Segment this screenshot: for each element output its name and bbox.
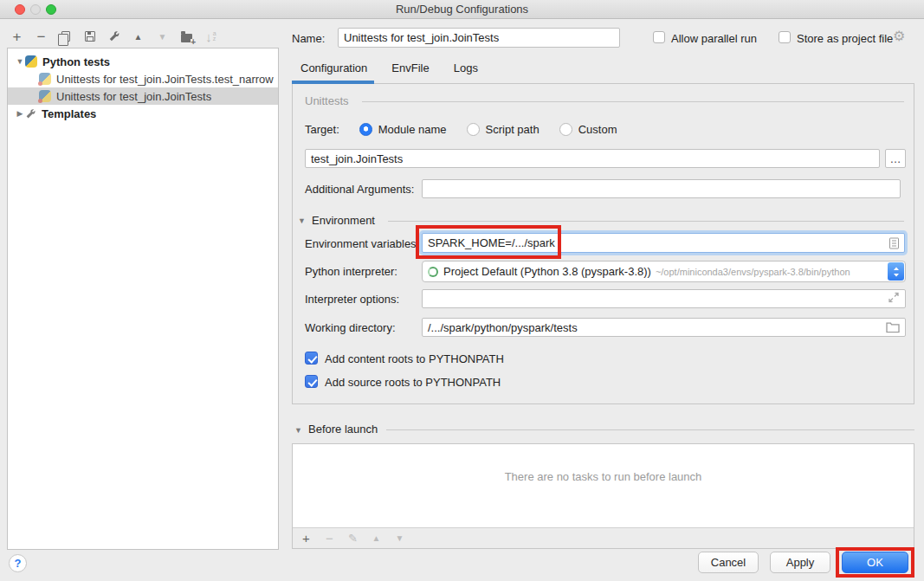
python-interpreter-label: Python interpreter: [305,265,397,278]
python-tests-icon [25,55,37,68]
titlebar: Run/Debug Configurations [0,0,924,19]
move-task-down-icon: ▼ [393,532,406,545]
active-tab-indicator [292,81,374,84]
folder-icon[interactable] [886,322,900,333]
configurations-tree: ▼ Python tests Unittests for test_join.J… [7,48,279,550]
before-launch-collapse-icon[interactable]: ▼ [294,426,302,435]
sort-configurations-icon: ↓az [204,30,217,43]
remove-configuration-icon[interactable]: − [35,30,48,43]
tree-item-label: Unittests for test_join.JoinTests.test_n… [56,73,274,86]
name-label: Name: [292,32,325,45]
store-as-project-file-label: Store as project file [797,32,893,45]
tree-group-templates[interactable]: ▶ Templates [8,105,278,122]
tree-item-jointests-selected[interactable]: Unittests for test_join.JoinTests [8,87,278,105]
before-launch-title: Before launch [308,423,378,436]
before-launch-empty-text: There are no tasks to run before launch [293,470,914,483]
environment-section-title: Environment [312,214,375,227]
tree-group-label: Templates [42,107,96,120]
move-task-up-icon: ▲ [370,532,383,545]
tab-envfile[interactable]: EnvFile [391,61,429,74]
edit-templates-icon[interactable] [107,30,120,42]
tree-group-python-tests[interactable]: ▼ Python tests [8,53,278,70]
module-name-input[interactable]: test_join.JoinTests [305,149,880,168]
radio-module-name-label: Module name [378,123,447,136]
tab-configuration[interactable]: Configuration [300,61,367,74]
before-launch-task-list: There are no tasks to run before launch … [292,443,914,549]
unittest-config-icon [39,90,51,102]
radio-custom-label: Custom [578,123,617,136]
cancel-button[interactable]: Cancel [698,552,759,573]
working-directory-value: /.../spark/python/pyspark/tests [428,321,578,334]
radio-script-path-label: Script path [486,123,540,136]
environment-variables-label: Environment variables: [305,237,419,250]
edit-variables-icon[interactable] [889,237,899,249]
add-source-roots-checkbox[interactable] [305,375,318,388]
apply-button[interactable]: Apply [770,552,830,573]
section-divider [388,221,904,222]
tab-logs[interactable]: Logs [454,61,478,74]
unittest-config-icon [39,73,51,85]
add-content-roots-label: Add content roots to PYTHONPATH [325,352,504,365]
add-task-icon[interactable]: + [300,532,313,545]
tree-item-label: Unittests for test_join.JoinTests [56,90,211,103]
interpreter-options-input[interactable] [422,289,906,308]
window-title: Run/Debug Configurations [0,3,924,16]
templates-icon [25,108,36,119]
additional-arguments-input[interactable] [422,179,901,198]
working-directory-input[interactable]: /.../spark/python/pyspark/tests [422,318,906,337]
conda-env-icon [428,267,438,277]
run-debug-configurations-dialog: Run/Debug Configurations + − ▲ ▼ ↓az ▼ P… [0,0,924,581]
expand-field-icon[interactable] [888,293,899,306]
module-name-value: test_join.JoinTests [311,152,403,165]
radio-script-path[interactable] [467,123,480,136]
environment-collapse-icon[interactable]: ▼ [298,216,306,225]
tree-group-label: Python tests [42,55,110,68]
target-row: Target: Module name Script path Custom [305,123,617,136]
chevron-right-icon[interactable]: ▶ [15,109,25,118]
move-up-icon[interactable]: ▲ [132,30,145,43]
annotation-box-environment-variables [416,225,561,259]
name-value: Unittests for test_join.JoinTests [344,31,499,44]
browse-module-button[interactable]: … [885,149,906,168]
add-configuration-icon[interactable]: + [10,30,23,43]
interpreter-options-label: Interpreter options: [305,293,399,306]
unittests-group-title: Unittests [305,94,349,107]
additional-arguments-label: Additional Arguments: [305,183,414,196]
section-divider [386,429,914,430]
move-down-icon: ▼ [156,30,169,43]
radio-module-name[interactable] [359,123,372,136]
tab-bar: Configuration EnvFile Logs [300,61,478,74]
edit-task-icon: ✎ [346,532,359,545]
configurations-toolbar: + − ▲ ▼ ↓az [10,26,279,47]
radio-custom[interactable] [559,123,572,136]
python-interpreter-path: ~/opt/miniconda3/envs/pyspark-3.8/bin/py… [656,267,850,277]
copy-configuration-icon[interactable] [59,31,72,42]
save-configuration-icon[interactable] [83,31,96,42]
dropdown-stepper-icon[interactable] [888,262,904,281]
remove-task-icon: − [323,532,336,545]
name-input[interactable]: Unittests for test_join.JoinTests [338,28,620,48]
group-divider [362,101,904,102]
store-as-project-file-checkbox[interactable] [779,31,791,43]
python-interpreter-value: Project Default (Python 3.8 (pyspark-3.8… [443,265,651,278]
allow-parallel-run-label: Allow parallel run [671,32,757,45]
gear-icon[interactable]: ⚙ [893,29,905,43]
chevron-down-icon[interactable]: ▼ [15,57,25,66]
python-interpreter-select[interactable]: Project Default (Python 3.8 (pyspark-3.8… [422,261,906,282]
new-folder-icon[interactable] [180,31,193,42]
allow-parallel-run-checkbox[interactable] [653,31,665,43]
target-label: Target: [305,123,339,136]
add-source-roots-label: Add source roots to PYTHONPATH [325,376,501,389]
add-content-roots-checkbox[interactable] [305,352,318,365]
annotation-box-ok-button [836,547,914,578]
before-launch-toolbar: + − ✎ ▲ ▼ [293,527,914,548]
help-button[interactable]: ? [9,554,27,572]
working-directory-label: Working directory: [305,321,396,334]
tree-item-test-narrow[interactable]: Unittests for test_join.JoinTests.test_n… [8,70,278,87]
